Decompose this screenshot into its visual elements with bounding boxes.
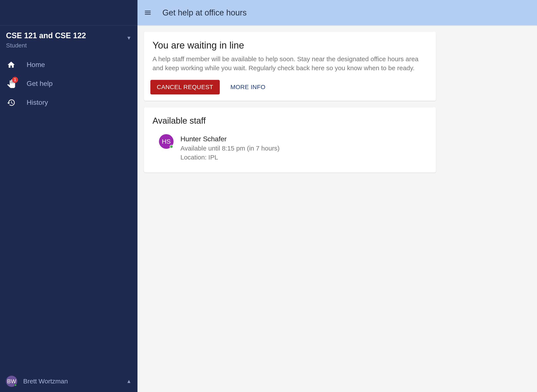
- sidebar: CSE 121 and CSE 122 Student ▼ Home 1 Get…: [0, 0, 137, 392]
- nav-item-home[interactable]: Home: [0, 55, 137, 74]
- staff-avatar: HS: [159, 134, 174, 149]
- nav-label-get-help: Get help: [27, 80, 53, 88]
- main-content: Get help at office hours You are waiting…: [137, 0, 537, 392]
- course-selector[interactable]: CSE 121 and CSE 122 Student ▼: [0, 26, 137, 53]
- course-role: Student: [6, 42, 86, 49]
- chevron-up-icon: ▲: [126, 378, 132, 384]
- history-icon: [6, 98, 16, 108]
- hamburger-icon: [144, 9, 152, 17]
- nav-list: Home 1 Get help History: [0, 53, 137, 114]
- hand-icon: 1: [6, 79, 16, 89]
- card-actions: CANCEL REQUEST MORE INFO: [144, 80, 436, 101]
- avatar-initials: BW: [7, 378, 16, 385]
- available-staff-card: Available staff HS Hunter Schafer Availa…: [144, 107, 436, 173]
- notification-badge: 1: [12, 77, 18, 83]
- staff-avatar-initials: HS: [162, 138, 171, 145]
- waiting-card: You are waiting in line A help staff mem…: [144, 32, 436, 101]
- staff-item[interactable]: HS Hunter Schafer Available until 8:15 p…: [152, 134, 428, 162]
- nav-label-history: History: [27, 98, 48, 107]
- waiting-description: A help staff member will be available to…: [152, 55, 428, 73]
- avatar: BW: [6, 376, 17, 387]
- waiting-title: You are waiting in line: [152, 40, 428, 51]
- course-title: CSE 121 and CSE 122: [6, 31, 86, 41]
- staff-name: Hunter Schafer: [180, 134, 279, 144]
- menu-button[interactable]: [143, 8, 153, 18]
- staff-info: Hunter Schafer Available until 8:15 pm (…: [180, 134, 279, 162]
- topbar: Get help at office hours: [137, 0, 537, 25]
- presence-indicator: [170, 145, 173, 148]
- staff-location: Location: IPL: [180, 153, 279, 162]
- chevron-down-icon: ▼: [126, 35, 132, 41]
- content-area: You are waiting in line A help staff mem…: [137, 25, 537, 186]
- more-info-button[interactable]: MORE INFO: [224, 80, 272, 94]
- sidebar-header-spacer: [0, 0, 137, 25]
- nav-label-home: Home: [27, 61, 45, 69]
- nav-item-history[interactable]: History: [0, 93, 137, 112]
- nav-item-get-help[interactable]: 1 Get help: [0, 74, 137, 93]
- user-name: Brett Wortzman: [23, 378, 126, 385]
- presence-indicator: [14, 384, 17, 386]
- home-icon: [6, 60, 16, 70]
- page-title: Get help at office hours: [162, 8, 247, 17]
- user-menu[interactable]: BW Brett Wortzman ▲: [0, 371, 137, 392]
- available-staff-title: Available staff: [152, 116, 428, 126]
- cancel-request-button[interactable]: CANCEL REQUEST: [150, 80, 220, 94]
- staff-availability: Available until 8:15 pm (in 7 hours): [180, 144, 279, 153]
